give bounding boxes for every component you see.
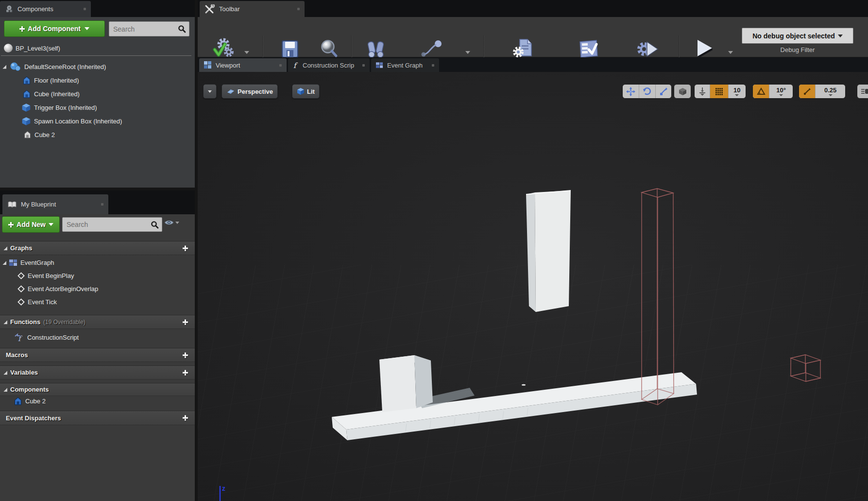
- svg-text:f: f: [18, 334, 23, 343]
- tab-components[interactable]: Components: [0, 1, 91, 17]
- tab-pin[interactable]: [432, 64, 434, 67]
- svg-text:f: f: [293, 61, 298, 69]
- add-macro-button[interactable]: [183, 352, 188, 358]
- chevron-down-icon: [175, 222, 179, 224]
- perspective-icon: [226, 88, 235, 94]
- row-cube2-variable[interactable]: Cube 2: [0, 395, 195, 408]
- tree-row-cube2[interactable]: Cube 2: [0, 128, 195, 141]
- grid-snap-toggle[interactable]: [710, 85, 728, 98]
- components-search[interactable]: [109, 21, 189, 36]
- tab-viewport[interactable]: Viewport: [199, 58, 287, 72]
- components-panel: Add Component BP_Level3(self): [0, 17, 195, 188]
- section-functions[interactable]: Functions (19 Overridable): [0, 315, 195, 329]
- coord-system-button[interactable]: [674, 84, 691, 99]
- small-cube-right: [414, 355, 433, 408]
- add-graph-button[interactable]: [183, 245, 188, 251]
- wireframe-tall-box: [642, 189, 674, 405]
- row-construction-script[interactable]: f ConstructionScript: [0, 331, 195, 344]
- move-tool-icon: [626, 87, 635, 96]
- row-event-graph[interactable]: EventGraph: [0, 256, 195, 269]
- expand-arrow-icon[interactable]: [2, 260, 6, 265]
- event-icon: [17, 298, 25, 306]
- expand-arrow-icon[interactable]: [3, 320, 7, 324]
- grid-snap-value[interactable]: 10: [728, 85, 746, 98]
- chevron-down-icon: [85, 27, 89, 30]
- section-variables[interactable]: Variables: [0, 365, 195, 380]
- tree-row-scene-root[interactable]: DefaultSceneRoot (Inherited): [0, 60, 195, 73]
- document-tabstrip: Viewport f Construction Scrip Event Grap…: [198, 57, 868, 72]
- angle-snap-group: 10°: [752, 84, 793, 99]
- expand-arrow-icon[interactable]: [3, 246, 7, 250]
- tree-row-trigger-box[interactable]: Trigger Box (Inherited): [0, 101, 195, 114]
- toolbar-tab-label: Toolbar: [219, 5, 240, 13]
- add-component-button[interactable]: Add Component: [4, 20, 105, 37]
- section-event-dispatchers[interactable]: Event Dispatchers: [0, 411, 195, 425]
- perspective-button[interactable]: Perspective: [221, 84, 278, 99]
- tab-toolbar[interactable]: Toolbar: [200, 1, 305, 17]
- scale-snap-value[interactable]: 0.25: [815, 85, 845, 98]
- section-graphs[interactable]: Graphs: [0, 241, 195, 255]
- add-variable-button[interactable]: [183, 370, 188, 375]
- myblueprint-search[interactable]: [62, 217, 162, 232]
- surface-snap-button[interactable]: [695, 85, 710, 98]
- hide-unrelated-caret[interactable]: [465, 47, 470, 56]
- section-components[interactable]: Components: [0, 383, 195, 396]
- row-event-actoroverlap[interactable]: Event ActorBeginOverlap: [0, 282, 195, 295]
- debug-filter-label: Debug Filter: [742, 46, 853, 53]
- event-graph-icon: [376, 62, 383, 69]
- tab-pin[interactable]: [84, 8, 86, 10]
- row-event-beginplay[interactable]: Event BeginPlay: [0, 269, 195, 282]
- tab-construction-script[interactable]: f Construction Scrip: [288, 58, 370, 72]
- plus-icon: [8, 222, 14, 227]
- myblueprint-search-input[interactable]: [66, 220, 151, 229]
- tree-row-spawn-box[interactable]: Spawn Location Box (Inherited): [0, 114, 195, 128]
- tab-pin[interactable]: [362, 64, 365, 67]
- camera-speed-button[interactable]: [857, 84, 868, 99]
- world-cube-icon: [679, 87, 687, 96]
- rotate-tool-button[interactable]: [639, 85, 655, 98]
- expand-arrow-icon[interactable]: [2, 65, 6, 69]
- myblueprint-tabstrip: My Blueprint: [0, 190, 195, 214]
- expand-arrow-icon[interactable]: [3, 387, 7, 392]
- angle-snap-toggle[interactable]: [753, 85, 769, 98]
- box-collision-icon: [21, 103, 31, 112]
- section-macros[interactable]: Macros: [0, 348, 195, 362]
- scale-snap-toggle[interactable]: [799, 85, 815, 98]
- components-tabstrip: Components: [0, 0, 195, 17]
- tree-row-floor[interactable]: Floor (Inherited): [0, 73, 195, 87]
- tab-event-graph[interactable]: Event Graph: [371, 58, 439, 72]
- chevron-down-icon: [208, 90, 212, 93]
- add-new-label: Add New: [17, 221, 46, 228]
- svg-text:z: z: [222, 484, 225, 492]
- static-mesh-icon: [14, 397, 22, 405]
- angle-snap-value[interactable]: 10°: [769, 85, 793, 98]
- tab-pin[interactable]: [101, 203, 103, 206]
- camera-speed-icon: [861, 87, 868, 95]
- add-new-button[interactable]: Add New: [2, 216, 60, 233]
- self-row[interactable]: BP_Level3(self): [0, 41, 195, 55]
- tree-row-cube[interactable]: Cube (Inherited): [0, 87, 195, 101]
- scale-tool-icon: [659, 87, 668, 96]
- lit-mode-button[interactable]: Lit: [292, 84, 320, 99]
- move-tool-button[interactable]: [623, 85, 639, 98]
- play-options-caret[interactable]: [728, 47, 733, 56]
- tab-my-blueprint[interactable]: My Blueprint: [2, 194, 108, 214]
- visibility-filter-button[interactable]: [164, 219, 179, 226]
- components-search-input[interactable]: [112, 25, 178, 34]
- tab-pin[interactable]: [279, 64, 282, 67]
- viewport-options-button[interactable]: [203, 84, 217, 99]
- tab-pin[interactable]: [297, 8, 300, 10]
- scale-tool-button[interactable]: [655, 85, 671, 98]
- row-event-tick[interactable]: Event Tick: [0, 295, 195, 309]
- left-column: Components Add Component BP_Leve: [0, 0, 195, 501]
- add-function-button[interactable]: [183, 319, 188, 325]
- toolbar-tabstrip: Toolbar: [198, 0, 868, 17]
- static-mesh-icon: [22, 90, 31, 98]
- debug-object-dropdown[interactable]: No debug object selected: [742, 28, 853, 44]
- viewport-3d[interactable]: z Perspective Lit: [198, 72, 868, 501]
- rotate-tool-icon: [643, 87, 651, 96]
- add-dispatcher-button[interactable]: [183, 415, 188, 421]
- compile-options-caret[interactable]: [244, 47, 249, 56]
- expand-arrow-icon[interactable]: [3, 370, 7, 375]
- components-tab-label: Components: [17, 5, 53, 13]
